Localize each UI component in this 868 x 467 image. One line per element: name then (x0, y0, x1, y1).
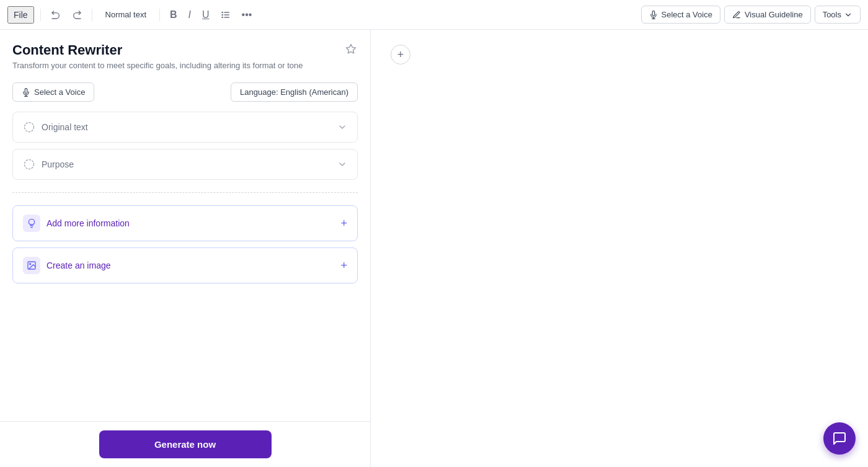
add-more-label: Add more information (46, 218, 130, 228)
lightbulb-icon (27, 218, 37, 228)
create-image-plus-icon: + (340, 259, 347, 272)
chat-bubble-button[interactable] (823, 422, 856, 455)
left-panel: Content Rewriter Transform your content … (0, 30, 371, 467)
language-button[interactable]: Language: English (American) (231, 82, 358, 102)
svg-point-4 (222, 14, 223, 15)
panel-header: Content Rewriter Transform your content … (12, 42, 358, 70)
image-icon (27, 260, 37, 270)
add-content-icon: + (397, 48, 404, 61)
add-more-plus-icon: + (340, 217, 347, 230)
original-text-chevron (337, 122, 347, 132)
more-options-button[interactable]: ••• (238, 7, 256, 23)
visual-guideline-icon (732, 11, 741, 19)
chat-bubble-icon (832, 431, 847, 446)
purpose-left: Purpose (23, 158, 74, 171)
text-format-button[interactable]: Normal text (99, 7, 153, 22)
original-text-label: Original text (42, 122, 88, 132)
visual-guideline-button[interactable]: Visual Guideline (724, 6, 811, 24)
svg-point-16 (30, 264, 31, 265)
toolbar-divider-1 (40, 9, 41, 21)
favorite-button[interactable] (344, 42, 358, 59)
section-divider (12, 192, 358, 193)
tools-button[interactable]: Tools (815, 6, 861, 24)
language-label: Language: English (American) (240, 87, 348, 97)
svg-point-12 (25, 160, 34, 169)
create-image-left: Create an image (23, 257, 111, 274)
star-icon (345, 43, 356, 55)
generate-area: Generate now (0, 421, 370, 467)
italic-icon: I (188, 9, 191, 20)
svg-point-5 (222, 17, 223, 17)
select-voice-panel-button[interactable]: Select a Voice (12, 82, 94, 102)
italic-button[interactable]: I (185, 7, 195, 23)
svg-marker-8 (347, 45, 356, 53)
add-more-info-button[interactable]: Add more information + (12, 205, 358, 241)
ellipsis-icon: ••• (242, 9, 252, 20)
list-button[interactable] (217, 7, 234, 22)
purpose-icon (23, 158, 35, 171)
select-voice-toolbar-button[interactable]: Select a Voice (641, 6, 720, 24)
original-text-icon (23, 121, 35, 133)
tools-chevron-icon (844, 11, 852, 19)
bold-icon: B (170, 9, 177, 20)
voice-panel-label: Select a Voice (34, 87, 85, 97)
create-image-icon-wrap (23, 257, 40, 274)
voice-toolbar-icon (649, 11, 658, 19)
purpose-field[interactable]: Purpose (12, 149, 358, 180)
redo-button[interactable] (68, 7, 86, 22)
toolbar-divider-3 (159, 9, 160, 21)
create-image-button[interactable]: Create an image + (12, 247, 358, 283)
add-more-left: Add more information (23, 215, 130, 232)
undo-button[interactable] (47, 7, 64, 22)
panel-subtitle: Transform your content to meet specific … (12, 61, 303, 70)
underline-button[interactable]: U (198, 7, 213, 23)
select-voice-toolbar-label: Select a Voice (662, 10, 712, 19)
visual-guideline-label: Visual Guideline (745, 10, 803, 19)
underline-icon: U (202, 9, 210, 20)
main-layout: Content Rewriter Transform your content … (0, 30, 868, 467)
add-more-icon-wrap (23, 215, 40, 232)
redo-icon (72, 10, 82, 20)
svg-point-11 (25, 123, 34, 132)
toolbar-divider-2 (92, 9, 92, 21)
voice-lang-row: Select a Voice Language: English (Americ… (12, 82, 358, 102)
right-panel: + (371, 30, 868, 467)
create-image-label: Create an image (46, 260, 111, 270)
voice-panel-icon (22, 88, 30, 97)
toolbar: File Normal text B I U ••• Select a Voic… (0, 0, 868, 30)
editor-area[interactable]: + (371, 30, 868, 467)
undo-icon (51, 10, 61, 20)
svg-point-3 (222, 12, 223, 12)
list-icon (221, 10, 231, 20)
tools-label: Tools (823, 10, 841, 19)
bold-button[interactable]: B (166, 7, 181, 23)
file-menu-button[interactable]: File (7, 6, 34, 24)
generate-button[interactable]: Generate now (99, 430, 272, 458)
purpose-label: Purpose (42, 159, 74, 169)
panel-title-block: Content Rewriter Transform your content … (12, 42, 303, 70)
original-text-field[interactable]: Original text (12, 112, 358, 143)
panel-title: Content Rewriter (12, 42, 303, 58)
purpose-chevron (337, 159, 347, 169)
panel-content: Content Rewriter Transform your content … (0, 30, 370, 467)
original-text-left: Original text (23, 121, 88, 133)
add-content-button[interactable]: + (391, 45, 410, 64)
